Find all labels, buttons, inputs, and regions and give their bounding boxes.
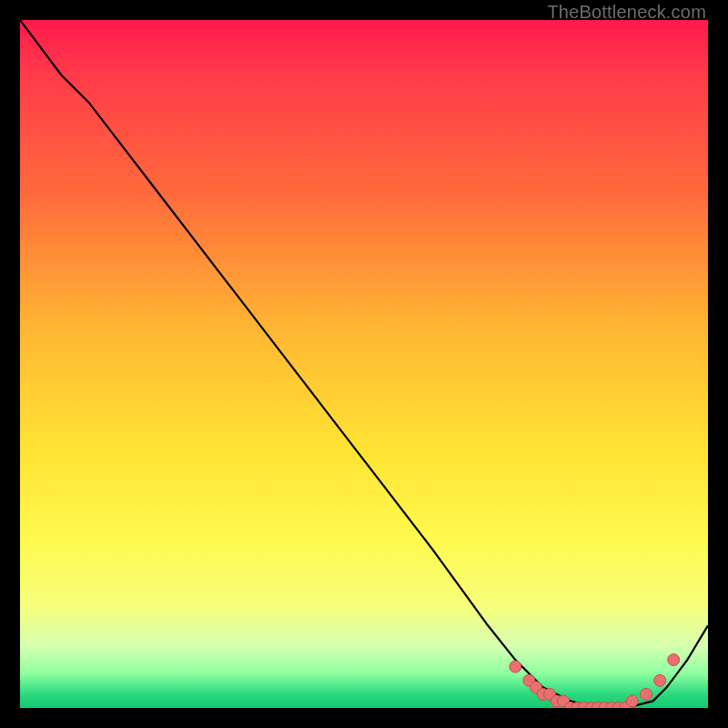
marker-dot	[668, 654, 680, 666]
marker-dot	[510, 661, 521, 672]
chart-frame: TheBottleneck.com	[0, 0, 728, 728]
bottleneck-curve	[20, 20, 708, 708]
marker-dot	[654, 674, 666, 686]
watermark-text: TheBottleneck.com	[547, 2, 706, 23]
marker-dot	[626, 695, 638, 707]
plot-area	[20, 20, 708, 708]
curve-layer	[20, 20, 708, 708]
marker-dot	[641, 688, 652, 700]
